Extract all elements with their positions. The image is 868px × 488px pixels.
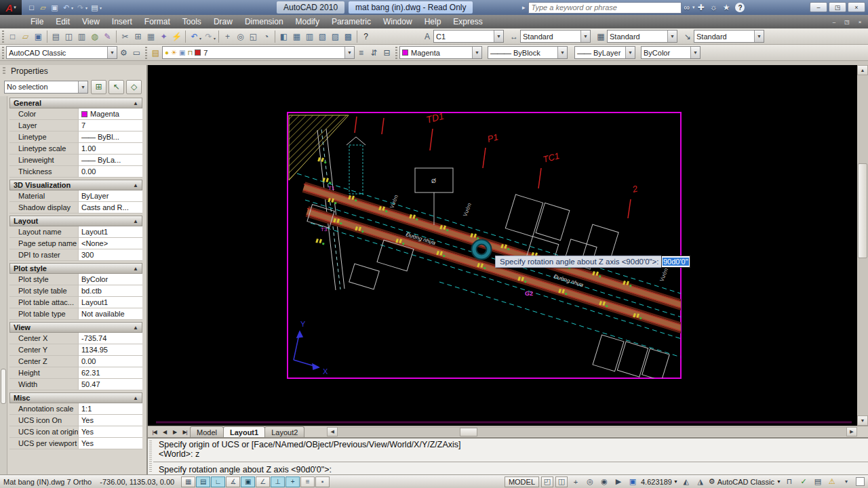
chevron-down-icon[interactable]: ▾ [100, 5, 102, 10]
designcenter-icon[interactable]: ▦ [290, 30, 303, 43]
layer-states-icon[interactable]: ⊟ [380, 46, 393, 59]
search-icon[interactable]: ∞ [684, 3, 690, 12]
chevron-down-icon[interactable]: ▾ [71, 5, 73, 10]
vertical-scrollbar[interactable]: ▲ ▼ [857, 65, 868, 426]
scrollbar-thumb[interactable] [460, 428, 477, 436]
menu-edit[interactable]: Edit [50, 15, 76, 28]
chevron-down-icon[interactable]: ▼ [754, 30, 764, 42]
minimize-button[interactable]: – [810, 2, 827, 12]
tab-model[interactable]: Model [190, 426, 224, 437]
chevron-down-icon[interactable]: ▼ [344, 47, 354, 58]
text-style-combo[interactable]: C1▼ [433, 30, 504, 43]
collapse-icon[interactable]: ▲ [133, 182, 138, 188]
chevron-down-icon[interactable]: ▼ [472, 47, 481, 58]
property-value[interactable]: 0.00 [79, 356, 142, 367]
clean-screen-button[interactable] [856, 477, 865, 486]
scrollbar-track[interactable] [338, 427, 846, 436]
properties-icon[interactable]: ◧ [277, 30, 290, 43]
linetype-combo[interactable]: ——— ByBlock ▼ [488, 46, 568, 59]
lineweight-combo[interactable]: —— ByLayer ▼ [574, 46, 635, 59]
collapse-icon[interactable]: ▲ [133, 100, 138, 106]
toggle-polar[interactable]: ∡ [226, 476, 240, 487]
chevron-down-icon[interactable]: ▼ [667, 30, 677, 42]
toggle-lwt[interactable]: ≡ [300, 476, 315, 487]
tray-plot-icon[interactable]: ▤ [812, 476, 824, 487]
property-value[interactable]: <None> [79, 238, 142, 249]
zoom-realtime-icon[interactable]: ◎ [234, 30, 247, 43]
dim-style-combo[interactable]: Standard▼ [520, 30, 591, 43]
collapse-icon[interactable]: ▲ [133, 218, 138, 224]
save-icon[interactable]: ▣ [49, 1, 60, 14]
doc-restore-button[interactable]: ◳ [842, 18, 852, 26]
property-value[interactable]: Yes [79, 438, 142, 449]
toggle-ortho[interactable]: ∟ [211, 476, 225, 487]
menu-parametric[interactable]: Parametric [326, 15, 377, 28]
section-header[interactable]: General▲ [9, 98, 142, 108]
property-value[interactable]: ByColor [79, 274, 142, 285]
property-value[interactable]: Layout1 [79, 226, 142, 237]
communication-center-icon[interactable]: ✚ [698, 3, 705, 12]
search-input[interactable] [528, 2, 682, 14]
layer-properties-manager-icon[interactable]: ▤ [149, 46, 162, 59]
paste-icon[interactable]: ▦ [144, 30, 157, 43]
palette-title[interactable]: Properties [0, 65, 146, 77]
layer-on-icon[interactable]: ● [165, 49, 169, 56]
chevron-down-icon[interactable]: ▾ [85, 5, 87, 10]
palette-scrollbar[interactable] [0, 96, 7, 474]
property-value[interactable]: -735.74 [79, 333, 142, 344]
pan-icon[interactable]: + [570, 476, 582, 487]
tab-nav-prev[interactable]: ◀ [159, 427, 170, 437]
toolbar-grip[interactable] [2, 47, 4, 59]
drawing-canvas[interactable]: TD1 P1 TC1 2 Đường nhựa Đường nhựa Vườn … [148, 65, 857, 426]
chevron-down-icon[interactable]: ▼ [107, 47, 117, 58]
property-value[interactable]: 1.00 [79, 143, 142, 154]
save-workspace-icon[interactable]: ▭ [130, 46, 143, 59]
scroll-left-icon[interactable]: ◀ [327, 427, 338, 436]
toggle-grid[interactable]: ▤ [196, 476, 210, 487]
help-icon[interactable]: ? [735, 3, 745, 12]
steering-wheel-icon[interactable]: ◉ [598, 476, 610, 487]
property-value[interactable]: 1134.95 [79, 344, 142, 355]
markup-set-manager-icon[interactable]: ▨ [329, 30, 342, 43]
section-header[interactable]: Misc▲ [9, 392, 142, 403]
scrollbar-thumb[interactable] [858, 163, 867, 258]
plot-style-combo[interactable]: ByColor ▼ [641, 46, 701, 59]
chevron-down-icon[interactable]: ▼ [557, 47, 567, 58]
property-value[interactable]: ByLayer [79, 190, 142, 201]
menu-express[interactable]: Express [447, 15, 488, 28]
menu-insert[interactable]: Insert [106, 15, 138, 28]
layer-previous-icon[interactable]: ⇵ [368, 46, 380, 59]
dynamic-input-field[interactable]: 90d0'0" [661, 256, 690, 268]
restore-button[interactable]: ◳ [829, 2, 846, 12]
menu-help[interactable]: Help [418, 15, 448, 28]
tray-ok-icon[interactable]: ✓ [797, 476, 810, 487]
doc-minimize-button[interactable]: – [829, 18, 840, 26]
annotation-visibility-icon[interactable]: ◭ [680, 476, 692, 487]
block-editor-icon[interactable]: ⚡ [170, 30, 183, 43]
property-value[interactable]: bd.ctb [79, 285, 142, 296]
property-value[interactable]: Not available [79, 308, 142, 319]
chevron-down-icon[interactable]: ▼ [625, 47, 635, 58]
close-button[interactable]: × [848, 2, 865, 12]
table-style-combo[interactable]: Standard▼ [607, 30, 677, 43]
chevron-down-icon[interactable]: ▼ [690, 47, 700, 58]
command-prompt[interactable]: Specify rotation angle about Z axis <90d… [159, 465, 332, 474]
cut-icon[interactable]: ✂ [119, 30, 132, 43]
command-window-grip[interactable] [149, 441, 152, 472]
property-value[interactable]: Magenta [79, 108, 142, 119]
menu-tools[interactable]: Tools [176, 15, 208, 28]
layer-combo[interactable]: ● ☀ ▣ ⊓ 7 ▼ [162, 46, 355, 59]
property-value[interactable]: 50.47 [79, 379, 142, 390]
sheet-set-manager-icon[interactable]: ▧ [316, 30, 329, 43]
workspace-combo[interactable]: AutoCAD Classic▼ [6, 46, 117, 59]
scroll-right-icon[interactable]: ▶ [846, 427, 857, 436]
section-header[interactable]: View▲ [9, 322, 142, 333]
toggle-osnap[interactable]: ▣ [241, 476, 255, 487]
horizontal-scrollbar[interactable]: ◀ ▶ [327, 427, 857, 437]
copy-icon[interactable]: ⊞ [132, 30, 144, 43]
menu-window[interactable]: Window [377, 15, 418, 28]
property-value[interactable]: 300 [79, 249, 142, 260]
tab-nav-next[interactable]: ▶ [170, 427, 180, 437]
toggle-otrack[interactable]: ∠ [256, 476, 270, 487]
command-text-area[interactable]: Specify origin of UCS or [Face/NAmed/OBj… [153, 439, 868, 474]
